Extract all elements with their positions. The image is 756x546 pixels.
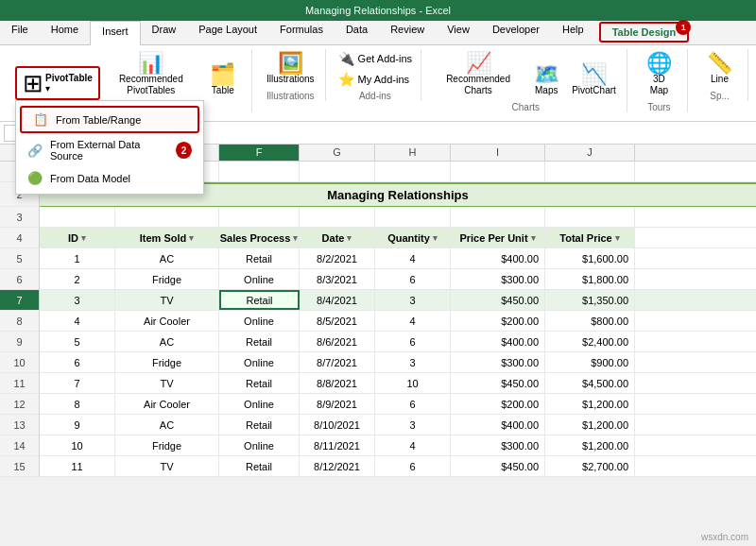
cell-e14[interactable]: Fridge: [115, 435, 219, 455]
cell-g10[interactable]: 8/7/2021: [300, 352, 375, 372]
cell-f8[interactable]: Online: [219, 311, 300, 331]
cell-j7[interactable]: $1,350.00: [545, 290, 635, 310]
tab-draw[interactable]: Draw: [141, 20, 188, 44]
table-button[interactable]: 🗂️ Table: [202, 60, 244, 100]
from-table-range-item[interactable]: 📋 From Table/Range: [20, 106, 199, 133]
row-header-4[interactable]: 4: [0, 228, 40, 248]
row-header-6[interactable]: 6: [0, 269, 40, 290]
cell-f12[interactable]: Online: [219, 394, 300, 414]
cell-i6[interactable]: $300.00: [451, 269, 545, 289]
cell-g12[interactable]: 8/9/2021: [300, 394, 375, 414]
cell-d14[interactable]: 10: [40, 435, 115, 455]
filter-qty-icon[interactable]: ▾: [433, 233, 438, 243]
tab-page-layout[interactable]: Page Layout: [187, 20, 268, 44]
cell-i9[interactable]: $400.00: [451, 332, 545, 351]
cell-g8[interactable]: 8/5/2021: [300, 311, 375, 331]
cell-e7[interactable]: TV: [115, 290, 219, 310]
cell-h1[interactable]: [375, 162, 451, 181]
cell-i14[interactable]: $300.00: [451, 435, 545, 455]
header-total-price[interactable]: Total Price ▾: [545, 228, 635, 247]
cell-d11[interactable]: 7: [40, 373, 115, 393]
cell-i13[interactable]: $400.00: [451, 415, 545, 435]
cell-f11[interactable]: Retail: [219, 373, 300, 393]
pivot-chart-button[interactable]: 📉 PivotChart: [569, 60, 618, 100]
header-date[interactable]: Date ▾: [300, 228, 375, 247]
cell-h8[interactable]: 4: [375, 311, 451, 331]
row-header-9[interactable]: 9: [0, 332, 40, 352]
cell-g6[interactable]: 8/3/2021: [300, 269, 375, 289]
cell-g14[interactable]: 8/11/2021: [300, 435, 375, 455]
cell-g13[interactable]: 8/10/2021: [300, 415, 375, 435]
cell-i5[interactable]: $400.00: [451, 248, 545, 268]
recommended-pivot-tables-button[interactable]: 📊 Recommended PivotTables: [102, 49, 200, 100]
get-addins-button[interactable]: 🔌 Get Add-ins: [333, 49, 418, 68]
cell-h11[interactable]: 10: [375, 373, 451, 393]
tab-table-design[interactable]: Table Design 1: [599, 22, 690, 43]
cell-h14[interactable]: 4: [375, 435, 451, 455]
cell-i10[interactable]: $300.00: [451, 352, 545, 372]
cell-j1[interactable]: [545, 162, 635, 181]
cell-d7[interactable]: 3: [40, 290, 115, 310]
cell-d8[interactable]: 4: [40, 311, 115, 331]
col-header-j[interactable]: J: [545, 145, 635, 161]
cell-g7[interactable]: 8/4/2021: [300, 290, 375, 310]
row-header-14[interactable]: 14: [0, 435, 40, 456]
row-header-13[interactable]: 13: [0, 415, 40, 435]
pivot-table-button[interactable]: ⊞ PivotTable ▾: [15, 66, 100, 100]
header-sales-process[interactable]: Sales Process ▾: [219, 228, 300, 247]
cell-i8[interactable]: $200.00: [451, 311, 545, 331]
maps-button[interactable]: 🗺️ Maps: [525, 60, 567, 100]
cell-i15[interactable]: $450.00: [451, 456, 545, 476]
filter-sales-icon[interactable]: ▾: [293, 233, 298, 243]
header-quantity[interactable]: Quantity ▾: [375, 228, 451, 247]
filter-item-icon[interactable]: ▾: [189, 233, 194, 243]
tab-review[interactable]: Review: [379, 20, 436, 44]
cell-e9[interactable]: AC: [115, 332, 219, 351]
cell-d15[interactable]: 11: [40, 456, 115, 476]
cell-f9[interactable]: Retail: [219, 332, 300, 351]
cell-f1[interactable]: [219, 162, 300, 181]
cell-d5[interactable]: 1: [40, 248, 115, 268]
tab-file[interactable]: File: [0, 20, 40, 44]
cell-h15[interactable]: 6: [375, 456, 451, 476]
cell-j6[interactable]: $1,800.00: [545, 269, 635, 289]
illustrations-button[interactable]: 🖼️ Illustrations: [260, 49, 321, 89]
row-header-15[interactable]: 15: [0, 456, 40, 477]
row-header-10[interactable]: 10: [0, 352, 40, 373]
header-id[interactable]: ID ▾: [40, 228, 115, 247]
cell-e12[interactable]: Air Cooler: [115, 394, 219, 414]
cell-i11[interactable]: $450.00: [451, 373, 545, 393]
row-header-7[interactable]: 7: [0, 290, 40, 311]
map-3d-button[interactable]: 🌐 3D Map: [638, 49, 679, 100]
from-data-model-item[interactable]: 🟢 From Data Model: [16, 166, 203, 190]
cell-d10[interactable]: 6: [40, 352, 115, 372]
cell-e11[interactable]: TV: [115, 373, 219, 393]
cell-f3[interactable]: [219, 207, 300, 227]
cell-h12[interactable]: 6: [375, 394, 451, 414]
cell-f5[interactable]: Retail: [219, 248, 300, 268]
cell-f14[interactable]: Online: [219, 435, 300, 455]
cell-e5[interactable]: AC: [115, 248, 219, 268]
cell-f15[interactable]: Retail: [219, 456, 300, 476]
tab-developer[interactable]: Developer: [481, 20, 551, 44]
line-button[interactable]: 📏 Line: [699, 49, 741, 89]
col-header-g[interactable]: G: [300, 145, 375, 161]
header-price-per-unit[interactable]: Price Per Unit ▾: [451, 228, 545, 247]
cell-g11[interactable]: 8/8/2021: [300, 373, 375, 393]
cell-h13[interactable]: 3: [375, 415, 451, 435]
cell-h10[interactable]: 3: [375, 352, 451, 372]
cell-i12[interactable]: $200.00: [451, 394, 545, 414]
row-header-8[interactable]: 8: [0, 311, 40, 332]
cell-j10[interactable]: $900.00: [545, 352, 635, 372]
cell-j9[interactable]: $2,400.00: [545, 332, 635, 351]
cell-j13[interactable]: $1,200.00: [545, 415, 635, 435]
cell-g15[interactable]: 8/12/2021: [300, 456, 375, 476]
filter-date-icon[interactable]: ▾: [347, 233, 352, 243]
tab-insert[interactable]: Insert: [90, 21, 141, 45]
row-header-12[interactable]: 12: [0, 394, 40, 415]
col-header-h[interactable]: H: [375, 145, 451, 161]
cell-j12[interactable]: $1,200.00: [545, 394, 635, 414]
tab-data[interactable]: Data: [335, 20, 379, 44]
cell-d3[interactable]: [40, 207, 115, 227]
tab-view[interactable]: View: [436, 20, 481, 44]
